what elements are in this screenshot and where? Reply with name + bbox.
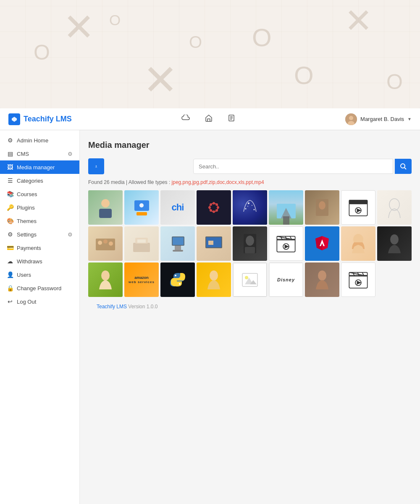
svg-point-75 <box>175 275 176 276</box>
media-item[interactable] <box>341 226 375 261</box>
svg-rect-54 <box>173 250 183 252</box>
media-item[interactable] <box>88 226 123 261</box>
media-item[interactable]: amazon web services <box>124 262 159 297</box>
media-item[interactable] <box>88 190 123 225</box>
categories-icon: ☰ <box>7 177 13 184</box>
media-item[interactable] <box>341 262 375 297</box>
media-item[interactable] <box>160 226 195 261</box>
cms-icon: ▤ <box>7 150 13 157</box>
upload-button[interactable] <box>88 158 104 174</box>
content-area: Media manager <box>80 130 420 504</box>
media-item[interactable] <box>305 226 339 261</box>
sidebar-label-users: Users <box>17 272 31 278</box>
sidebar-item-themes[interactable]: 🎨 Themes <box>0 214 79 228</box>
svg-rect-32 <box>283 216 289 225</box>
svg-point-20 <box>217 206 219 209</box>
themes-icon: 🎨 <box>7 218 13 224</box>
media-item[interactable] <box>341 190 375 225</box>
search-button[interactable] <box>395 159 412 174</box>
media-item[interactable] <box>377 190 412 225</box>
withdraws-icon: ☁ <box>7 258 13 265</box>
media-item[interactable] <box>160 262 195 297</box>
footer: Teachify LMS Version 1.0.0 <box>88 297 412 316</box>
navbar-center-icons <box>179 112 238 126</box>
sidebar-label-settings: Settings <box>17 231 37 238</box>
svg-rect-53 <box>175 246 181 250</box>
svg-point-34 <box>319 201 326 210</box>
sidebar-label-payments: Payments <box>17 245 41 251</box>
info-text: Found 26 media | Allowed file types : <box>88 179 172 185</box>
footer-link[interactable]: Teachify LMS <box>97 304 127 310</box>
user-avatar <box>345 113 357 125</box>
media-item[interactable] <box>88 262 123 297</box>
media-item[interactable] <box>124 190 159 225</box>
sidebar-item-withdraws[interactable]: ☁ Withdraws <box>0 255 79 268</box>
media-item[interactable] <box>233 190 267 225</box>
sidebar-item-courses[interactable]: 📚 Courses <box>0 187 79 201</box>
sidebar-item-categories[interactable]: ☰ Categories <box>0 174 79 187</box>
settings-icon: ⚙ <box>7 231 13 238</box>
cloud-nav-button[interactable] <box>179 112 192 126</box>
brand-name: Teachify LMS <box>24 115 72 123</box>
page-title: Media manager <box>88 140 412 150</box>
sidebar-label-themes: Themes <box>17 218 37 224</box>
media-item[interactable]: chi <box>160 190 195 225</box>
docs-nav-button[interactable] <box>225 112 238 126</box>
svg-point-47 <box>109 242 113 246</box>
svg-rect-60 <box>245 247 255 253</box>
footer-version: Version 1.0.0 <box>127 304 158 310</box>
sidebar-item-plugins[interactable]: 🔑 Plugins <box>0 201 79 214</box>
media-item[interactable] <box>377 226 412 261</box>
log-out-icon: ↩ <box>7 298 13 305</box>
media-item[interactable] <box>305 190 339 225</box>
sidebar-item-users[interactable]: 👤 Users <box>0 268 79 281</box>
svg-rect-8 <box>95 167 97 168</box>
svg-point-9 <box>401 164 405 168</box>
media-item[interactable] <box>197 262 231 297</box>
cms-gear-icon: ⚙ <box>68 151 73 157</box>
media-item[interactable] <box>197 226 231 261</box>
sidebar-label-categories: Categories <box>17 178 43 184</box>
sidebar-item-admin-home[interactable]: ⚙ Admin Home <box>0 134 79 147</box>
svg-point-46 <box>103 239 108 244</box>
svg-rect-11 <box>101 199 110 207</box>
svg-rect-50 <box>137 239 146 243</box>
sidebar-item-change-password[interactable]: 🔒 Change Password <box>0 281 79 295</box>
info-bar: Found 26 media | Allowed file types : jp… <box>88 179 412 185</box>
home-nav-button[interactable] <box>202 112 215 126</box>
search-input[interactable] <box>193 159 393 174</box>
media-manager-icon: 🖼 <box>7 164 13 171</box>
media-item[interactable] <box>233 262 267 297</box>
search-container <box>193 159 412 174</box>
media-grid: chi <box>88 190 412 297</box>
svg-rect-14 <box>136 212 147 215</box>
sidebar-item-payments[interactable]: 💳 Payments <box>0 241 79 255</box>
media-item[interactable] <box>269 190 303 225</box>
svg-point-23 <box>210 209 212 212</box>
sidebar-label-plugins: Plugins <box>17 205 35 211</box>
media-item[interactable]: Disney <box>269 262 303 297</box>
svg-rect-12 <box>99 209 112 218</box>
svg-point-15 <box>139 203 144 207</box>
sidebar-item-log-out[interactable]: ↩ Log Out <box>0 295 79 308</box>
media-item[interactable] <box>233 226 267 261</box>
sidebar-label-log-out: Log Out <box>17 299 36 305</box>
svg-marker-90 <box>357 281 360 284</box>
media-item[interactable] <box>305 262 339 297</box>
brand-logo[interactable]: Teachify LMS <box>8 113 72 125</box>
media-item[interactable] <box>197 190 231 225</box>
svg-point-77 <box>210 270 218 281</box>
user-menu[interactable]: Margaret B. Davis ▼ <box>345 113 412 125</box>
media-item[interactable] <box>124 226 159 261</box>
sidebar-item-cms[interactable]: ▤ CMS ⚙ <box>0 147 79 160</box>
sidebar-item-media-manager[interactable]: 🖼 Media manager <box>0 160 79 174</box>
media-item[interactable] <box>269 226 303 261</box>
sidebar-item-settings[interactable]: ⚙ Settings ⚙ <box>0 228 79 241</box>
toolbar <box>88 158 412 174</box>
svg-point-22 <box>215 203 218 206</box>
svg-point-59 <box>246 236 254 246</box>
sidebar-label-withdraws: Withdraws <box>17 258 42 265</box>
svg-point-25 <box>245 208 247 210</box>
admin-home-icon: ⚙ <box>7 137 13 144</box>
svg-point-19 <box>208 206 211 209</box>
